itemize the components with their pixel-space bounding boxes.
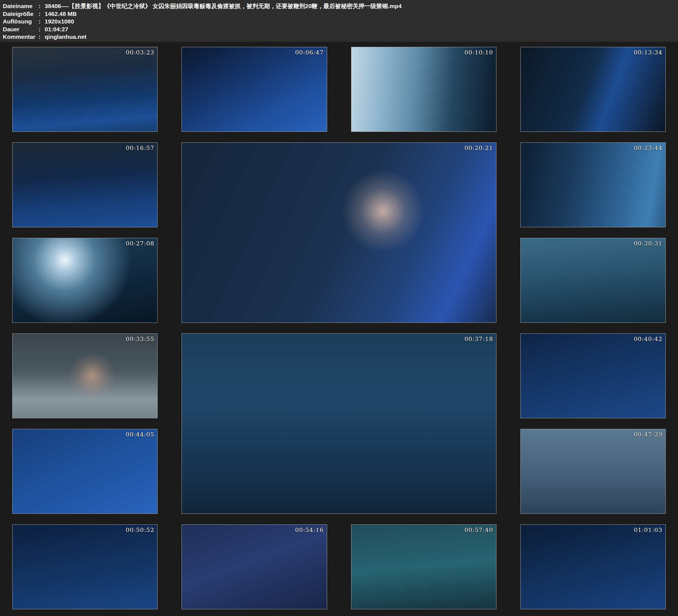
thumbnail-timestamp: 00:23:44 — [634, 145, 662, 151]
thumbnail-timestamp: 00:27:08 — [126, 240, 154, 247]
video-thumbnail: 00:44:05 — [12, 429, 157, 514]
video-thumbnail: 00:50:52 — [12, 525, 157, 609]
thumbnail-timestamp: 01:01:03 — [634, 527, 662, 533]
video-thumbnail: 00:10:10 — [351, 47, 496, 132]
thumbnail-timestamp: 00:50:52 — [126, 527, 154, 533]
thumbnail-timestamp: 00:13:34 — [634, 49, 662, 56]
thumbnail-timestamp: 00:57:40 — [464, 527, 493, 533]
video-thumbnail: 00:13:34 — [521, 47, 666, 132]
video-thumbnail: 00:47:29 — [521, 429, 666, 514]
meta-separator: : — [39, 2, 45, 10]
meta-label-filesize: Dateigröße — [3, 10, 39, 18]
video-thumbnail: 00:33:55 — [12, 334, 157, 418]
video-thumbnail-large: 00:37:18 — [182, 334, 496, 514]
thumbnail-timestamp: 00:16:57 — [126, 145, 154, 151]
meta-row-comment: Kommentar : qinglanhua.net — [3, 33, 675, 41]
meta-label-resolution: Auflösung — [3, 17, 39, 26]
meta-separator: : — [39, 26, 45, 33]
meta-separator: : — [39, 10, 45, 18]
thumbnail-timestamp: 00:03:23 — [126, 49, 154, 56]
thumbnail-timestamp: 00:30:31 — [634, 240, 662, 247]
video-thumbnail-large: 00:20:21 — [182, 143, 496, 323]
meta-separator: : — [39, 33, 45, 41]
meta-value-filesize: 1462.48 MB — [45, 10, 675, 18]
meta-row-filename: Dateiname : 38406----【胜景影视】《中世纪之冷狱》 女囚朱丽… — [3, 2, 675, 10]
file-preview-sheet: Dateiname : 38406----【胜景影视】《中世纪之冷狱》 女囚朱丽… — [0, 0, 678, 616]
thumbnail-timestamp: 00:06:47 — [295, 49, 324, 56]
video-thumbnail: 00:40:42 — [521, 334, 666, 418]
meta-value-comment: qinglanhua.net — [45, 33, 675, 41]
meta-label-filename: Dateiname — [3, 2, 39, 10]
meta-value-resolution: 1920x1080 — [45, 17, 675, 26]
thumbnail-timestamp: 00:37:18 — [464, 336, 493, 342]
video-thumbnail: 00:54:16 — [182, 525, 327, 609]
meta-row-filesize: Dateigröße : 1462.48 MB — [3, 10, 675, 18]
video-thumbnail: 00:30:31 — [521, 238, 666, 323]
video-thumbnail: 00:23:44 — [521, 143, 666, 227]
file-metadata-header: Dateiname : 38406----【胜景影视】《中世纪之冷狱》 女囚朱丽… — [0, 0, 678, 42]
meta-row-resolution: Auflösung : 1920x1080 — [3, 17, 675, 26]
thumbnail-grid: 00:03:23 00:06:47 00:10:10 00:13:34 00:1… — [0, 42, 678, 616]
thumbnail-timestamp: 00:33:55 — [126, 336, 154, 342]
meta-label-comment: Kommentar — [3, 33, 39, 41]
meta-row-duration: Dauer : 01:04:27 — [3, 26, 675, 33]
video-thumbnail: 00:27:08 — [12, 238, 157, 323]
meta-value-filename: 38406----【胜景影视】《中世纪之冷狱》 女囚朱丽娟因吸毒贩毒及偷渡被抓，… — [45, 2, 675, 10]
meta-value-duration: 01:04:27 — [45, 26, 675, 33]
video-thumbnail: 00:57:40 — [351, 525, 496, 609]
video-thumbnail: 01:01:03 — [521, 525, 666, 609]
thumbnail-timestamp: 00:44:05 — [126, 431, 154, 438]
thumbnail-timestamp: 00:20:21 — [464, 145, 493, 151]
thumbnail-timestamp: 00:40:42 — [634, 336, 662, 342]
thumbnail-timestamp: 00:10:10 — [464, 49, 493, 56]
video-thumbnail: 00:16:57 — [12, 143, 157, 227]
video-thumbnail: 00:06:47 — [182, 47, 327, 132]
thumbnail-timestamp: 00:54:16 — [295, 527, 324, 533]
meta-separator: : — [39, 17, 45, 26]
thumbnail-timestamp: 00:47:29 — [634, 431, 662, 438]
meta-label-duration: Dauer — [3, 26, 39, 33]
video-thumbnail: 00:03:23 — [12, 47, 157, 132]
